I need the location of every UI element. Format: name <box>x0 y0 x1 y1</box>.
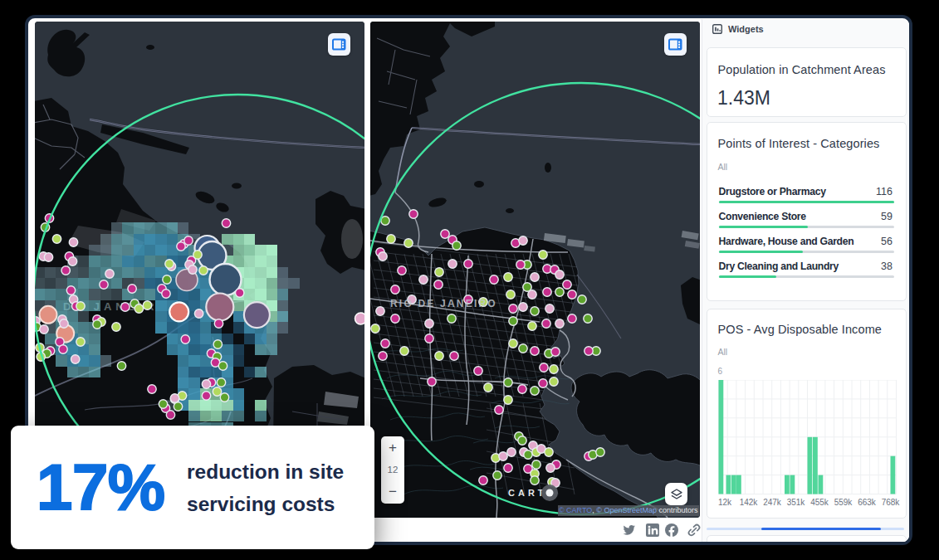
svg-text:RIO DE JANEIRO: RIO DE JANEIRO <box>390 298 497 309</box>
svg-text:351k: 351k <box>786 498 805 507</box>
svg-text:12k: 12k <box>717 498 731 507</box>
svg-text:CART: CART <box>508 488 547 498</box>
svg-text:247k: 247k <box>763 498 782 507</box>
svg-text:455k: 455k <box>810 498 829 507</box>
svg-text:142k: 142k <box>739 498 758 507</box>
svg-text:663k: 663k <box>858 498 877 507</box>
svg-text:559k: 559k <box>834 498 853 507</box>
svg-text:768k: 768k <box>881 498 900 507</box>
